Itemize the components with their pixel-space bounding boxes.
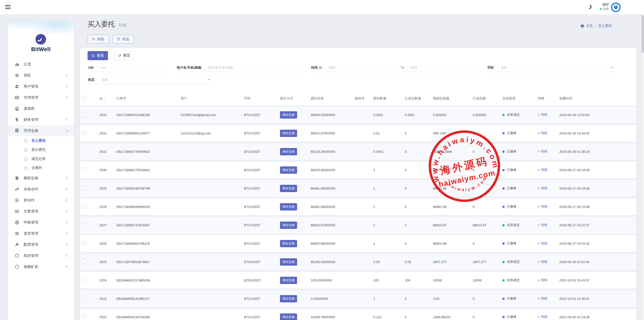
sidebar-item-12[interactable]: 首页管理	[8, 228, 74, 239]
detail-link[interactable]: »明细	[538, 260, 547, 264]
sidebar-item-8[interactable]: 永续合约	[8, 184, 74, 195]
circle-dot-icon	[14, 198, 19, 203]
detail-link[interactable]: »明细	[538, 315, 547, 319]
scrollbar-thumb[interactable]	[642, 15, 644, 53]
sidebar-item-14[interactable]: 风控管理	[8, 250, 74, 261]
order-method-badge: 限价交易	[280, 185, 297, 192]
row-checkbox[interactable]	[82, 112, 87, 117]
chevron-left-icon	[66, 210, 68, 212]
sidebar-subitem-6-1[interactable]: 卖出委托	[8, 145, 74, 154]
row-checkbox[interactable]	[82, 259, 87, 264]
breadcrumb-current: 买入委托	[598, 24, 612, 28]
sidebar-item-10[interactable]: 文章管理	[8, 206, 74, 217]
status-text: 已撤单	[507, 131, 516, 135]
detail-link[interactable]: »明细	[538, 168, 547, 172]
detail-link[interactable]: »明细	[538, 241, 547, 245]
filter-button[interactable]: 筛选	[112, 35, 134, 44]
status-text: 全部成交	[507, 260, 520, 264]
detail-link[interactable]: »明细	[538, 278, 547, 282]
sidebar-item-1[interactable]: 系统	[8, 70, 74, 81]
row-checkbox[interactable]	[82, 241, 87, 245]
row-checkbox[interactable]	[82, 314, 87, 319]
page-scrollbar[interactable]	[641, 15, 644, 320]
row-checkbox[interactable]	[82, 186, 87, 190]
sidebar-item-11[interactable]: 申购管理	[8, 217, 74, 228]
radio-circle-icon	[24, 166, 27, 170]
refresh-button[interactable]: ↻ 刷新	[88, 35, 109, 44]
double-arrow-icon: »	[538, 186, 540, 190]
hamburger-menu-icon[interactable]	[5, 5, 11, 9]
cell-expected: 66461.89	[433, 205, 473, 209]
search-button[interactable]: 搜索	[88, 51, 108, 60]
select-all-checkbox[interactable]	[82, 96, 87, 100]
sidebar-subitem-6-3[interactable]: 交易对	[8, 163, 74, 172]
user-avatar[interactable]	[611, 2, 621, 12]
user-input[interactable]	[205, 66, 302, 69]
filter-pair-select[interactable]: 币对 选择	[487, 63, 616, 72]
sidebar-item-0[interactable]: 主页	[8, 59, 74, 70]
cell-created: 2024-06-17 04:15:46	[559, 205, 629, 209]
cell-pair: BTC/USDT	[244, 223, 280, 227]
cell-created: 2024-08-18 13:50:53	[559, 113, 629, 117]
cell-expected: 5.950052	[433, 113, 473, 117]
cell-created: 2024-06-16 02:41:54	[559, 260, 629, 264]
detail-link[interactable]: »明细	[538, 297, 547, 300]
row-checkbox[interactable]	[82, 204, 87, 208]
sidebar-item-9[interactable]: 秒合约	[8, 195, 74, 206]
status-text: 已撤单	[507, 297, 516, 300]
table-row: 2029EB1718569166759799BTC/USDT限价交易66461.…	[80, 180, 636, 197]
row-checkbox[interactable]	[82, 223, 87, 227]
chevron-left-icon	[66, 254, 68, 257]
uid-input[interactable]	[97, 66, 168, 69]
chevron-down-icon	[611, 67, 613, 68]
time-start-input[interactable]	[326, 66, 397, 69]
cell-price: 59510.87000000	[311, 131, 355, 135]
cell-detail: »明细	[538, 149, 559, 154]
sidebar-subitem-6-0[interactable]: 买入委托	[8, 136, 74, 145]
detail-link[interactable]: »明细	[538, 186, 547, 190]
sidebar-item-7[interactable]: ฿期权交易	[8, 172, 74, 184]
breadcrumb-home[interactable]: 主页	[586, 24, 593, 28]
row-checkbox[interactable]	[82, 167, 87, 172]
detail-link[interactable]: »明细	[538, 223, 547, 227]
row-checkbox[interactable]	[82, 296, 87, 300]
cell-cb	[82, 223, 99, 228]
row-checkbox[interactable]	[82, 131, 87, 135]
cell-detail: »明细	[538, 315, 559, 319]
sidebar-item-label: 渠道商	[24, 106, 35, 111]
cell-method: 限价交易	[280, 166, 311, 174]
reset-button[interactable]: ↺ 重置	[114, 51, 135, 60]
order-method-badge: 限价交易	[280, 295, 297, 302]
sidebar-item-2[interactable]: 用户管理	[8, 81, 74, 92]
row-checkbox[interactable]	[82, 278, 87, 282]
pair-select-value: 选择	[498, 65, 611, 70]
circle-icon	[14, 253, 19, 258]
cell-amount: 0.0441	[373, 150, 405, 154]
cell-detail: »明细	[538, 204, 559, 209]
detail-link[interactable]: »明细	[538, 150, 547, 153]
cell-pair: BTC/USDT	[244, 205, 280, 209]
cell-cb	[82, 167, 99, 172]
header-id[interactable]: ID↑	[99, 97, 116, 100]
detail-link[interactable]: »明细	[538, 205, 547, 208]
sidebar-subitem-6-2[interactable]: 成交记录	[8, 154, 74, 163]
sidebar-item-6[interactable]: B币币交易	[8, 125, 74, 136]
sidebar-item-3[interactable]: 代理管理	[8, 92, 74, 103]
sidebar-item-15[interactable]: 智能矿机	[8, 261, 74, 272]
row-checkbox[interactable]	[82, 149, 87, 153]
cell-progress: 已撤单	[502, 241, 538, 246]
detail-link[interactable]: »明细	[538, 113, 547, 117]
sidebar-item-4[interactable]: 渠道商	[8, 103, 74, 114]
time-to-label: To	[397, 65, 408, 70]
header-filled_amount: 已成交数量	[405, 96, 433, 101]
newspaper-icon	[14, 209, 19, 214]
filter-status-select[interactable]: 状态 选择	[88, 76, 213, 84]
power-logo-icon	[611, 2, 621, 12]
sidebar-item-13[interactable]: 配置管理	[8, 239, 74, 250]
detail-link[interactable]: »明细	[538, 131, 547, 135]
breadcrumb-separator: /	[595, 24, 596, 28]
time-end-input[interactable]	[408, 66, 479, 69]
header-price: 委托价格	[311, 96, 355, 101]
sidebar-item-5[interactable]: $财务管理	[8, 114, 74, 125]
sort-ascending-icon[interactable]: ↑	[104, 97, 105, 100]
